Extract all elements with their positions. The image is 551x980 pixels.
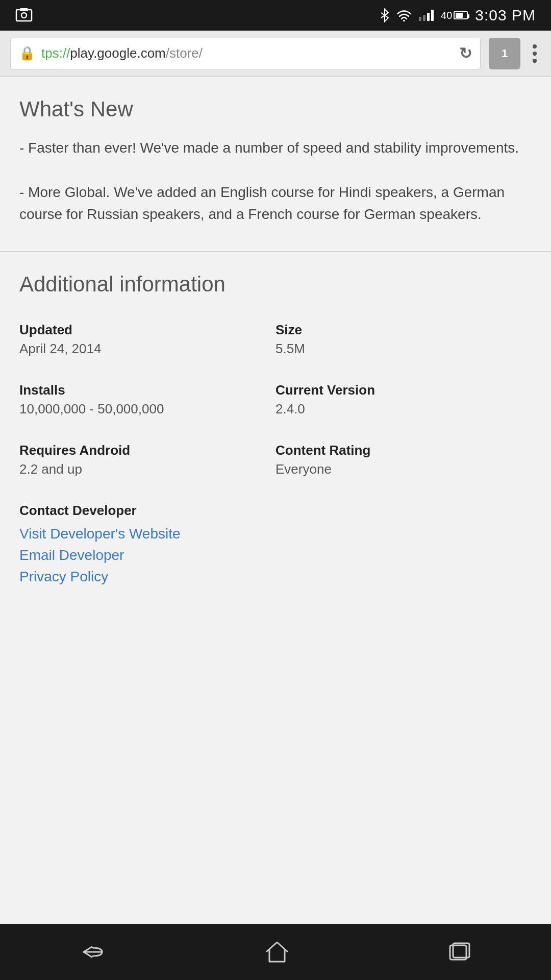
- updated-label: Updated: [19, 322, 276, 338]
- status-bar: 40 3:03 PM: [0, 0, 551, 31]
- recents-icon: [447, 940, 472, 964]
- info-item-version: Current Version 2.4.0: [276, 372, 532, 432]
- size-label: Size: [276, 322, 532, 338]
- browser-chrome: 🔒 tps://play.google.com/store/ ↻ 1: [0, 31, 551, 77]
- bottom-nav-bar: [0, 924, 551, 980]
- info-item-size: Size 5.5M: [276, 312, 532, 372]
- email-developer-link[interactable]: Email Developer: [19, 547, 532, 564]
- recents-button[interactable]: [427, 935, 493, 969]
- android-label: Requires Android: [19, 443, 276, 458]
- version-label: Current Version: [276, 382, 532, 398]
- visit-developer-website-link[interactable]: Visit Developer's Website: [19, 526, 532, 542]
- installs-value: 10,000,000 - 50,000,000: [19, 401, 276, 417]
- additional-info-section: Additional information Updated April 24,…: [0, 252, 551, 616]
- menu-dot-2: [533, 52, 537, 56]
- url-scheme: tps://: [41, 45, 70, 61]
- battery-icon: 40: [441, 10, 468, 21]
- info-grid: Updated April 24, 2014 Size 5.5M Install…: [19, 312, 532, 493]
- rating-label: Content Rating: [276, 443, 532, 458]
- rating-value: Everyone: [276, 461, 532, 477]
- updated-value: April 24, 2014: [19, 341, 276, 357]
- wifi-icon: [396, 9, 412, 21]
- reload-button[interactable]: ↻: [459, 44, 472, 62]
- whats-new-title: What's New: [19, 97, 532, 121]
- installs-label: Installs: [19, 382, 276, 398]
- contact-developer-label: Contact Developer: [19, 503, 532, 519]
- info-item-android: Requires Android 2.2 and up: [19, 432, 276, 493]
- version-value: 2.4.0: [276, 401, 532, 417]
- info-item-rating: Content Rating Everyone: [276, 432, 532, 493]
- main-content: What's New - Faster than ever! We've mad…: [0, 77, 551, 924]
- home-icon: [264, 940, 290, 964]
- additional-info-title: Additional information: [19, 272, 532, 297]
- back-icon: [79, 942, 107, 962]
- lock-icon: 🔒: [19, 45, 35, 61]
- svg-point-3: [403, 20, 405, 21]
- signal-bars: [419, 10, 434, 21]
- whats-new-section: What's New - Faster than ever! We've mad…: [0, 77, 551, 251]
- bluetooth-icon: [380, 8, 389, 22]
- browser-menu-button[interactable]: [529, 40, 541, 67]
- size-value: 5.5M: [276, 341, 532, 357]
- contact-developer-section: Contact Developer Visit Developer's Webs…: [19, 503, 532, 585]
- tab-switcher-button[interactable]: 1: [489, 38, 520, 69]
- android-value: 2.2 and up: [19, 461, 276, 477]
- url-domain: play.google.com: [70, 45, 165, 61]
- svg-rect-0: [16, 10, 32, 21]
- svg-point-1: [21, 13, 27, 18]
- info-item-installs: Installs 10,000,000 - 50,000,000: [19, 372, 276, 432]
- photo-icon: [15, 8, 33, 22]
- status-time: 3:03 PM: [475, 7, 536, 24]
- status-bar-left: [15, 8, 33, 22]
- address-bar[interactable]: 🔒 tps://play.google.com/store/ ↻: [10, 38, 481, 69]
- url-path: /store/: [166, 45, 203, 61]
- home-button[interactable]: [244, 935, 310, 969]
- whats-new-content: - Faster than ever! We've made a number …: [19, 137, 532, 226]
- info-item-updated: Updated April 24, 2014: [19, 312, 276, 372]
- menu-dot-1: [533, 44, 537, 48]
- status-bar-right: 40 3:03 PM: [380, 7, 536, 24]
- menu-dot-3: [533, 59, 537, 63]
- back-button[interactable]: [58, 937, 128, 967]
- url-display: tps://play.google.com/store/: [41, 45, 453, 61]
- privacy-policy-link[interactable]: Privacy Policy: [19, 569, 532, 585]
